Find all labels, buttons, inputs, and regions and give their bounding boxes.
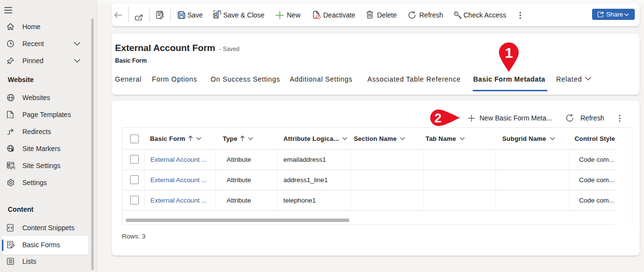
svg-text:1: 1 [505, 45, 513, 61]
svg-text:2: 2 [434, 111, 441, 125]
